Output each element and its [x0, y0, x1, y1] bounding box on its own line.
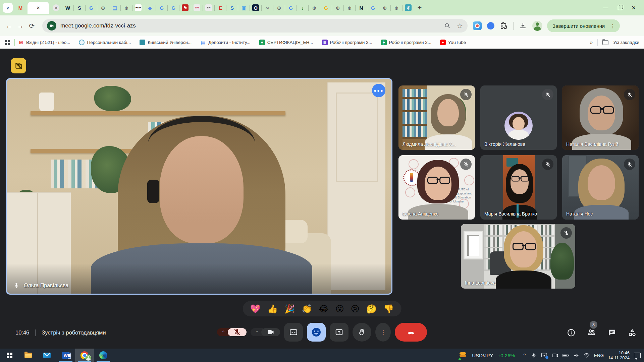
profile-avatar[interactable] [532, 21, 542, 31]
forward-button[interactable]: → [15, 20, 26, 32]
activities-icon[interactable] [628, 328, 637, 337]
bookmark-item[interactable]: MВхідні (2 521) - i.leo... [18, 40, 70, 45]
edge-button[interactable] [94, 349, 113, 362]
tray-cast-icon[interactable] [541, 353, 547, 358]
participant-tile[interactable]: Вікторія Желанова [480, 85, 557, 150]
mail-button[interactable] [38, 349, 56, 362]
pinned-tab-google[interactable]: G [86, 3, 97, 13]
minimize-button[interactable]: — [603, 5, 608, 11]
pinned-tab-google[interactable]: G [168, 3, 179, 13]
participant-tile[interactable]: Марія Василівна Братко [480, 155, 557, 220]
pinned-tab-photos[interactable]: ▣ [238, 3, 250, 13]
apps-grid-icon[interactable] [5, 40, 10, 45]
pinned-tab-wikipedia[interactable]: W [62, 3, 73, 13]
taskbar-clock[interactable]: 10:46 14.11.2024 [608, 350, 630, 360]
tray-camera-icon[interactable] [552, 353, 558, 358]
participant-tile[interactable]: Inna Leontieva [461, 224, 575, 289]
chat-icon[interactable] [607, 328, 616, 337]
reload-button[interactable]: ⟳ [26, 20, 38, 32]
pinned-tab-flower-teal[interactable]: ❋ [402, 3, 414, 13]
pinned-tab-chatgpt[interactable]: ✳ [50, 3, 62, 13]
pinned-tab-site-globe[interactable]: ⊕ [332, 3, 343, 13]
back-button[interactable]: ← [3, 20, 15, 32]
active-tab-meet-active[interactable]: ✕ [28, 2, 49, 14]
pinned-tab-site-globe[interactable]: ⊕ [344, 3, 355, 13]
pinned-tab-google[interactable]: G [320, 3, 332, 13]
info-icon[interactable] [567, 328, 576, 337]
pinned-tab-google[interactable]: G [367, 3, 379, 13]
bookmark-item[interactable]: ▶YouTube [440, 40, 466, 45]
action-center-icon[interactable] [634, 353, 641, 358]
start-button[interactable] [0, 349, 19, 362]
zoom-icon[interactable] [444, 22, 451, 29]
pinned-tab-link[interactable]: ∞ [262, 3, 273, 13]
bookmark-item[interactable]: ☰Робочі програми 2... [322, 40, 372, 45]
pinned-tab-scopus[interactable]: S [74, 3, 85, 13]
pinned-tab-google[interactable]: G [285, 3, 297, 13]
pinned-tab-diamond-blue[interactable]: ◆ [144, 3, 156, 13]
participant-tile[interactable]: Людмила Леонідівна Х... [398, 85, 475, 150]
blue-dot-extension-icon[interactable] [487, 22, 494, 29]
bookmark-item[interactable]: ╋Робочі програми 2... [381, 40, 431, 45]
all-bookmarks-label[interactable]: Усі закладки [613, 40, 639, 45]
camera-toggle-button[interactable] [261, 328, 280, 336]
reaction-emoji-button[interactable]: 😂 [319, 305, 329, 313]
pinned-tab-gmail[interactable]: M [15, 3, 26, 13]
tray-battery-icon[interactable] [562, 353, 569, 358]
tray-mic-icon[interactable] [531, 353, 537, 358]
pinned-tab-site-globe[interactable]: ⊕ [121, 3, 132, 13]
pinned-tab-site-globe[interactable]: ⊕ [97, 3, 109, 13]
tray-volume-icon[interactable] [574, 353, 579, 358]
bookmark-item[interactable]: Київський Універси... [140, 40, 192, 45]
ticker-pair[interactable]: USD/JPY [472, 353, 493, 358]
people-panel-button[interactable]: 8 [587, 327, 596, 338]
close-button[interactable]: ✕ [632, 5, 636, 11]
pinned-tab-sn-dark[interactable]: SN [203, 3, 214, 13]
tile-options-button[interactable]: ●●● [372, 84, 385, 97]
screen-recorder-extension-icon[interactable] [473, 21, 482, 30]
reaction-emoji-button[interactable]: 👏 [302, 305, 312, 313]
participant-tile[interactable]: INSTITUTE of Pedagogical and Adult Educa… [398, 155, 475, 220]
present-button[interactable] [330, 323, 348, 342]
raise-hand-button[interactable] [353, 323, 371, 342]
pinned-tab-site-globe[interactable]: ⊕ [309, 3, 320, 13]
mic-toggle-button[interactable] [228, 328, 247, 336]
word-button[interactable]: W [56, 349, 75, 362]
downloads-icon[interactable] [519, 22, 527, 30]
participant-tile[interactable]: Наталія Нос [562, 155, 639, 220]
finish-update-button[interactable]: Завершити оновлення ⋮ [547, 19, 620, 32]
more-options-button[interactable]: ⋮ [375, 323, 391, 342]
pinned-tab-elsevier[interactable]: E [215, 3, 226, 13]
chrome-button[interactable] [75, 349, 94, 362]
reaction-emoji-button[interactable]: 👎 [383, 305, 394, 313]
tray-wifi-icon[interactable] [584, 353, 590, 358]
bookmark-item[interactable]: ╋СЕРТИФІКАЦІЯ_ЕН... [259, 40, 313, 45]
pinned-tab-site-globe[interactable]: ⊕ [391, 3, 402, 13]
pinned-tab-docs[interactable]: ▤ [109, 3, 120, 13]
language-indicator[interactable]: ENG [594, 353, 604, 358]
pinned-tab-n-black[interactable]: N [356, 3, 367, 13]
reactions-button[interactable] [307, 323, 326, 342]
captions-button[interactable] [284, 323, 303, 342]
browser-menu-icon[interactable]: ⋮ [608, 23, 618, 29]
pinned-tab-download-green[interactable]: ↓ [297, 3, 308, 13]
address-bar[interactable]: meet.google.com/fdz-vcci-azs ☆ [42, 19, 468, 33]
bookmark-star-icon[interactable]: ☆ [457, 22, 463, 30]
extensions-puzzle-icon[interactable] [500, 22, 508, 30]
tab-search-button[interactable]: ∨ [3, 3, 13, 13]
reaction-emoji-button[interactable]: 💖 [250, 305, 261, 313]
participant-tile[interactable]: Наталія Василівна Гузій [562, 85, 639, 150]
restore-button[interactable] [618, 6, 622, 10]
ticker-change[interactable]: +0.26% [498, 353, 515, 358]
pinned-tab-sn-red[interactable]: SN [191, 3, 203, 13]
new-tab-button[interactable]: + [414, 3, 425, 13]
reaction-emoji-button[interactable]: 🤔 [366, 305, 377, 313]
pinned-tab-pkp[interactable]: PKP [132, 3, 144, 13]
reaction-emoji-button[interactable]: 🎉 [284, 305, 295, 313]
pinned-tab-academy-red[interactable]: ⚑ [179, 3, 191, 13]
pinned-tab-google[interactable]: G [156, 3, 167, 13]
end-call-button[interactable] [395, 323, 427, 342]
tray-expand-chevron[interactable]: ⌃ [523, 353, 527, 358]
pinned-tab-o-navy[interactable]: O [250, 3, 261, 13]
pinned-tab-site-globe[interactable]: ⊕ [273, 3, 285, 13]
